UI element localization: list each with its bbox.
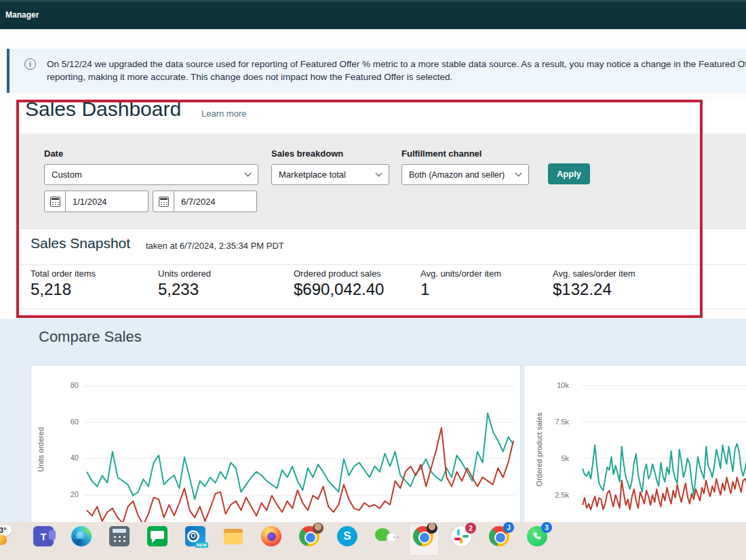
taskbar-item-chrome-profile-1[interactable] bbox=[298, 526, 320, 557]
sales-breakdown-value: Marketplace total bbox=[279, 169, 346, 180]
sales-snapshot-title: Sales Snapshot bbox=[31, 235, 130, 252]
y-tick: 80 bbox=[50, 381, 79, 389]
file-explorer-icon bbox=[223, 526, 243, 546]
y-tick: 20 bbox=[50, 490, 79, 498]
y-axis-label: Units ordered bbox=[37, 422, 45, 477]
date-range-dropdown[interactable]: Custom bbox=[44, 164, 258, 185]
profile-badge: J bbox=[503, 522, 514, 533]
fulfillment-channel-label: Fulfillment channel bbox=[401, 148, 482, 159]
metric-value: $132.24 bbox=[553, 280, 635, 299]
date-range-value: Custom bbox=[52, 169, 82, 180]
chevron-down-icon bbox=[376, 170, 382, 177]
metric-label: Ordered product sales bbox=[294, 268, 384, 279]
ordered-product-sales-chart-card: Ordered product sales 10k 7.5k 5k 2.5k bbox=[524, 365, 746, 523]
fulfillment-channel-value: Both (Amazon and seller) bbox=[409, 170, 505, 180]
taskbar-item-outlook[interactable]: O NEW bbox=[184, 526, 206, 557]
metric-avg-units: Avg. units/order item 1 bbox=[420, 268, 501, 299]
page-title: Sales Dashboard bbox=[25, 98, 181, 121]
metric-value: $690,042.40 bbox=[294, 280, 384, 299]
metric-label: Avg. sales/order item bbox=[553, 268, 635, 279]
metric-label: Total order items bbox=[31, 268, 96, 279]
wechat-icon bbox=[375, 526, 395, 546]
calendar-icon bbox=[50, 197, 60, 207]
metric-label: Avg. units/order item bbox=[420, 268, 501, 279]
taskbar-item-edge[interactable] bbox=[71, 526, 92, 557]
calculator-icon bbox=[109, 526, 130, 546]
y-tick: 60 bbox=[50, 418, 79, 426]
metric-label: Units ordered bbox=[158, 268, 211, 279]
skype-icon: S bbox=[337, 526, 357, 546]
weather-widget[interactable]: 83° bbox=[0, 525, 12, 545]
sales-dashboard-section: Sales Dashboard Learn more Date Custom S… bbox=[20, 100, 746, 317]
taskbar-item-chrome-profile-2-active[interactable] bbox=[412, 526, 434, 557]
metric-value: 1 bbox=[420, 280, 501, 299]
learn-more-link[interactable]: Learn more bbox=[201, 108, 246, 119]
notification-badge: 2 bbox=[465, 523, 476, 534]
y-tick: 10k bbox=[541, 381, 569, 389]
calendar-from-button[interactable] bbox=[44, 191, 66, 212]
taskbar-item-calculator[interactable] bbox=[109, 526, 130, 557]
metric-units-ordered: Units ordered 5,233 bbox=[158, 268, 211, 299]
notification-badge: 3 bbox=[541, 522, 552, 533]
chevron-down-icon bbox=[245, 170, 252, 177]
units-ordered-line-chart bbox=[84, 365, 516, 522]
chevron-down-icon bbox=[515, 170, 522, 177]
new-badge: NEW bbox=[195, 542, 208, 548]
snapshot-timestamp: taken at 6/7/2024, 2:35:34 PM PDT bbox=[146, 241, 284, 251]
taskbar-item-skype[interactable]: S bbox=[336, 526, 358, 557]
temperature-badge: 83° bbox=[0, 525, 12, 536]
date-to-group bbox=[153, 191, 257, 212]
taskbar-item-google-chat[interactable] bbox=[146, 526, 168, 557]
taskbar-item-file-explorer[interactable] bbox=[222, 526, 244, 557]
info-banner-text: On 5/12/24 we upgraded the data source u… bbox=[47, 58, 746, 83]
info-banner: i On 5/12/24 we upgraded the data source… bbox=[7, 49, 746, 93]
profile-avatar bbox=[427, 523, 437, 534]
wechat-dots bbox=[393, 536, 395, 538]
sales-snapshot-section: Sales Snapshot taken at 6/7/2024, 2:35:3… bbox=[20, 228, 746, 317]
desktop-screen: Manager i On 5/12/24 we upgraded the dat… bbox=[0, 0, 746, 560]
y-tick: 7.5k bbox=[541, 418, 569, 426]
calendar-to-button[interactable] bbox=[153, 191, 174, 212]
ordered-product-sales-line-chart bbox=[581, 365, 746, 522]
taskbar-item-slack[interactable]: 2 bbox=[450, 526, 472, 557]
units-ordered-chart-card: Units ordered 80 60 40 20 bbox=[31, 365, 521, 523]
metric-value: 5,218 bbox=[31, 280, 96, 299]
navbar-title: Manager bbox=[5, 10, 39, 20]
sun-icon bbox=[0, 534, 7, 545]
phone-glyph bbox=[532, 531, 543, 542]
google-chat-icon bbox=[147, 526, 168, 546]
y-tick: 40 bbox=[50, 454, 79, 462]
date-label: Date bbox=[44, 148, 63, 159]
compare-sales-title: Compare Sales bbox=[39, 328, 142, 346]
metric-avg-sales: Avg. sales/order item $132.24 bbox=[553, 268, 635, 299]
sales-breakdown-dropdown[interactable]: Marketplace total bbox=[271, 164, 389, 185]
taskbar-item-firefox[interactable] bbox=[260, 526, 282, 557]
teams-icon: T bbox=[33, 526, 54, 546]
taskbar-item-wechat[interactable] bbox=[374, 526, 396, 557]
profile-avatar bbox=[313, 523, 323, 534]
y-tick: 2.5k bbox=[541, 491, 569, 499]
divider bbox=[20, 308, 746, 309]
sales-breakdown-label: Sales breakdown bbox=[271, 148, 343, 159]
filter-panel: Date Custom Sales breakdown Marketplace … bbox=[20, 134, 746, 228]
taskbar-item-teams[interactable]: T bbox=[33, 526, 54, 557]
firefox-icon bbox=[261, 526, 281, 546]
outlook-o-glyph: O bbox=[187, 530, 199, 542]
taskbar: 83° T O NEW S bbox=[0, 522, 746, 560]
info-icon: i bbox=[24, 58, 36, 70]
fulfillment-channel-dropdown[interactable]: Both (Amazon and seller) bbox=[401, 164, 529, 185]
edge-icon bbox=[71, 526, 92, 546]
date-to-input[interactable] bbox=[174, 191, 257, 212]
divider bbox=[20, 264, 746, 265]
y-tick: 5k bbox=[541, 454, 569, 462]
metric-ordered-product-sales: Ordered product sales $690,042.40 bbox=[294, 268, 384, 299]
metric-total-order-items: Total order items 5,218 bbox=[31, 268, 96, 299]
taskbar-item-chrome-j[interactable]: J bbox=[488, 526, 510, 557]
calendar-icon bbox=[159, 197, 169, 207]
top-navbar: Manager bbox=[0, 0, 746, 29]
outlook-icon: O NEW bbox=[185, 526, 205, 546]
apply-button[interactable]: Apply bbox=[548, 163, 590, 184]
date-from-input[interactable] bbox=[66, 191, 149, 212]
taskbar-item-whatsapp[interactable]: 3 bbox=[526, 526, 548, 557]
date-from-group bbox=[44, 191, 149, 212]
